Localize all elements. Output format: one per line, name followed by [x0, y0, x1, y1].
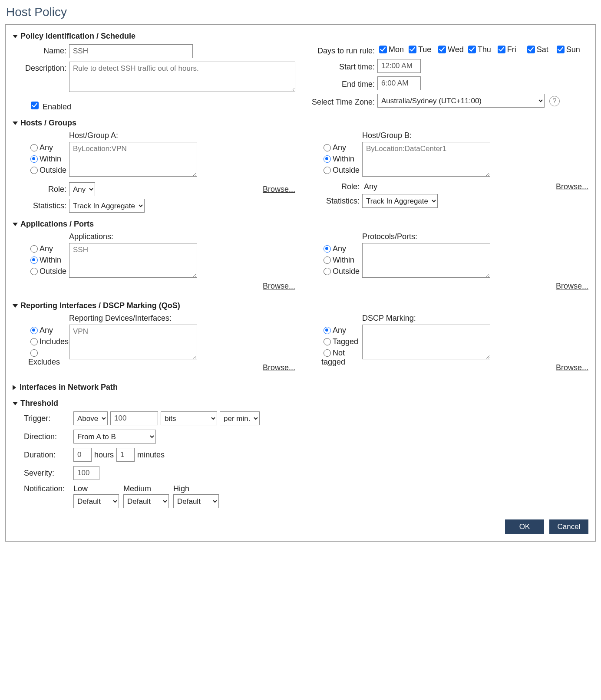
day-checkbox-mon[interactable]: [379, 46, 387, 53]
host-group-b-textarea[interactable]: [362, 142, 490, 177]
proto-radio-within-item[interactable]: Within: [321, 255, 362, 265]
day-checkbox-fri[interactable]: [498, 46, 505, 53]
dscp-radio-tagged-item[interactable]: Tagged: [321, 337, 362, 346]
day-item-sat[interactable]: Sat: [525, 44, 552, 55]
section-hosts[interactable]: Hosts / Groups: [13, 118, 588, 128]
duration-hours-input[interactable]: [73, 448, 92, 462]
start-time-input[interactable]: [377, 59, 421, 73]
caret-down-icon: [13, 304, 18, 308]
host-a-radio-any-item[interactable]: Any: [28, 143, 69, 152]
notif-medium-select[interactable]: Default: [123, 494, 169, 508]
reporting-devices-browse-link[interactable]: Browse...: [263, 363, 295, 372]
day-checkbox-sat[interactable]: [527, 46, 535, 53]
section-apps-label: Applications / Ports: [20, 220, 94, 229]
day-checkbox-wed[interactable]: [438, 46, 446, 53]
direction-select[interactable]: From A to B: [73, 430, 156, 444]
trigger-value-input[interactable]: [110, 411, 158, 425]
host-b-radio-any-item[interactable]: Any: [321, 143, 362, 152]
host-a-radio-within-item[interactable]: Within: [28, 154, 69, 164]
host-a-role-label: Role:: [13, 185, 69, 194]
notif-high-select[interactable]: Default: [173, 494, 219, 508]
day-item-tue[interactable]: Tue: [407, 44, 434, 55]
description-textarea[interactable]: [69, 62, 295, 92]
day-label-wed: Wed: [448, 45, 464, 54]
host-b-browse-link[interactable]: Browse...: [556, 182, 588, 191]
apps-radio-within-item[interactable]: Within: [28, 255, 69, 265]
protocols-textarea[interactable]: [362, 243, 490, 278]
start-time-label: Start time:: [306, 60, 377, 72]
name-input[interactable]: [69, 44, 193, 58]
dscp-textarea[interactable]: [362, 325, 490, 359]
end-time-input[interactable]: [377, 76, 421, 90]
dscp-radio-any-item[interactable]: Any: [321, 325, 362, 335]
section-policy-id[interactable]: Policy Identification / Schedule: [13, 32, 588, 41]
day-item-thu[interactable]: Thu: [466, 44, 493, 55]
apps-radio-any-item[interactable]: Any: [28, 244, 69, 253]
name-label: Name:: [13, 44, 69, 56]
caret-down-icon: [13, 122, 18, 125]
rep-radio-excludes-item[interactable]: Excludes: [28, 348, 69, 367]
day-checkbox-thu[interactable]: [468, 46, 476, 53]
trigger-label: Trigger:: [13, 414, 73, 423]
section-interfaces-path[interactable]: Interfaces in Network Path: [13, 383, 588, 392]
timezone-select[interactable]: Australia/Sydney (UTC+11:00): [377, 94, 545, 108]
trigger-unit-select[interactable]: bits: [161, 411, 217, 425]
end-time-label: End time:: [306, 78, 377, 89]
trigger-compare-select[interactable]: Above: [73, 411, 108, 425]
caret-down-icon: [13, 223, 18, 226]
apps-radio-outside-item[interactable]: Outside: [28, 266, 69, 276]
trigger-per-select[interactable]: per min.: [220, 411, 260, 425]
host-b-stats-select[interactable]: Track In Aggregate: [362, 194, 438, 208]
section-policy-id-label: Policy Identification / Schedule: [20, 32, 135, 41]
day-item-sun[interactable]: Sun: [555, 44, 582, 55]
proto-radio-outside-item[interactable]: Outside: [321, 266, 362, 276]
day-label-sat: Sat: [537, 45, 548, 54]
host-a-browse-link[interactable]: Browse...: [263, 185, 295, 194]
section-threshold-label: Threshold: [20, 399, 58, 408]
help-icon[interactable]: ?: [549, 96, 560, 106]
day-item-fri[interactable]: Fri: [496, 44, 523, 55]
applications-browse-link[interactable]: Browse...: [263, 282, 295, 291]
enabled-label: Enabled: [43, 102, 71, 111]
day-checkbox-sun[interactable]: [557, 46, 565, 53]
host-a-radio-outside-item[interactable]: Outside: [28, 165, 69, 175]
section-threshold[interactable]: Threshold: [13, 399, 588, 408]
host-b-radio-outside-item[interactable]: Outside: [321, 165, 362, 175]
duration-minutes-input[interactable]: [116, 448, 135, 462]
proto-radio-any-item[interactable]: Any: [321, 244, 362, 253]
day-label-fri: Fri: [507, 45, 516, 54]
page-title: Host Policy: [6, 5, 596, 19]
notif-high-label: High: [173, 484, 219, 493]
reporting-devices-textarea[interactable]: [69, 325, 197, 359]
ok-button[interactable]: OK: [505, 519, 544, 534]
day-item-wed[interactable]: Wed: [436, 44, 464, 55]
host-group-a-textarea[interactable]: [69, 142, 197, 177]
dscp-browse-link[interactable]: Browse...: [556, 363, 588, 372]
severity-input[interactable]: [73, 466, 99, 480]
notif-low-select[interactable]: Default: [73, 494, 119, 508]
policy-panel: Policy Identification / Schedule Name: D…: [5, 24, 596, 542]
rep-radio-any-item[interactable]: Any: [28, 325, 69, 335]
notif-medium-label: Medium: [123, 484, 169, 493]
section-reporting[interactable]: Reporting Interfaces / DSCP Marking (QoS…: [13, 301, 588, 310]
dscp-radio-nottagged-item[interactable]: Not tagged: [321, 348, 362, 367]
day-label-thu: Thu: [478, 45, 491, 54]
host-a-stats-select[interactable]: Track In Aggregate: [69, 199, 145, 213]
caret-right-icon: [13, 385, 16, 390]
section-apps[interactable]: Applications / Ports: [13, 220, 588, 229]
host-b-radio-within-item[interactable]: Within: [321, 154, 362, 164]
enabled-checkbox[interactable]: [31, 102, 39, 109]
day-checkbox-tue[interactable]: [409, 46, 416, 53]
applications-textarea[interactable]: [69, 243, 197, 278]
direction-label: Direction:: [13, 432, 73, 441]
host-b-role-value: Any: [362, 182, 377, 191]
rep-radio-includes-item[interactable]: Includes: [28, 337, 69, 346]
notification-label: Notification:: [13, 484, 73, 493]
day-item-mon[interactable]: Mon: [377, 44, 404, 55]
host-a-role-select[interactable]: Any: [69, 182, 95, 196]
duration-label: Duration:: [13, 450, 73, 460]
protocols-label: Protocols/Ports:: [362, 232, 588, 241]
cancel-button[interactable]: Cancel: [549, 519, 588, 534]
day-label-tue: Tue: [418, 45, 431, 54]
protocols-browse-link[interactable]: Browse...: [556, 282, 588, 291]
